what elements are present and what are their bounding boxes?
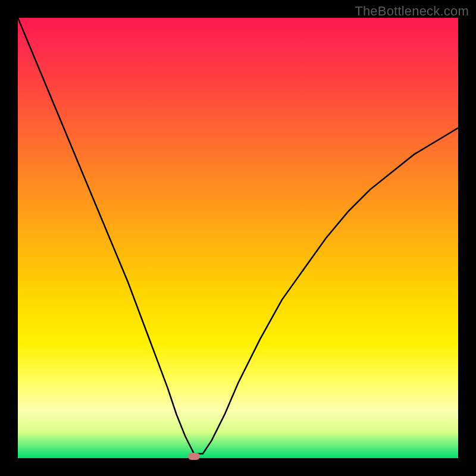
optimum-marker — [188, 453, 200, 460]
plot-area — [18, 18, 458, 458]
watermark: TheBottleneck.com — [355, 4, 469, 19]
bottleneck-curve — [18, 18, 458, 458]
